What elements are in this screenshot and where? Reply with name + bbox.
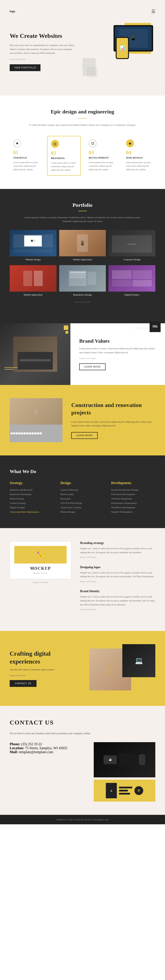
view-portfolio-button[interactable]: VIEW PORTFOLIO <box>10 64 40 71</box>
what-item-digital[interactable]: Digital Strategy <box>10 506 54 509</box>
crafting-section: Crafting digital experiences Join the el… <box>0 631 165 706</box>
what-item-sysarch[interactable]: System Architecture Design <box>111 488 155 491</box>
crafting-title: Crafting digital experiences <box>10 650 81 666</box>
what-item-visual-asset[interactable]: Visual Asset Creation <box>60 506 105 509</box>
what-item-brand-guides[interactable]: Brand Guides <box>60 493 105 495</box>
portfolio-img-mobile2 <box>10 265 57 291</box>
portfolio-item-website[interactable]: ⬛⬜ Website Design <box>10 230 57 262</box>
hero-description: Duis aute irure dolor in reprehenderit i… <box>10 43 75 55</box>
webdesign-icon-area: ◈ <box>126 139 134 147</box>
what-design-col: Design. Creative Direction Brand Guides … <box>60 481 105 515</box>
what-strategy-col: Strategy. Analytics and Research Interac… <box>10 481 54 515</box>
contact-location-label: Location: <box>10 746 24 750</box>
crafting-content: Crafting digital experiences Join the el… <box>10 650 81 687</box>
what-strategy-heading: Strategy. <box>10 481 54 485</box>
construction-image: 📋 <box>10 398 62 442</box>
portfolio-label-website: Website Design <box>10 256 57 262</box>
portfolio-item-responsive[interactable]: Responsive Design <box>59 265 106 298</box>
strategy-description: Lorem ipsum dolor sit amet, consectetur … <box>13 161 39 171</box>
brand-description: Lorem ipsum dolor sit amet, consectetur … <box>79 347 156 354</box>
portfolio-item-mobile[interactable]: 📱 Mobile Application <box>59 230 106 262</box>
contact-images: ☕ a D <box>94 742 155 802</box>
portfolio-item-digital[interactable]: Digital Product <box>108 265 155 298</box>
what-item-analytics[interactable]: Analytics and Research <box>10 488 54 491</box>
portfolio-label-mobile2: Mobile Application <box>10 291 57 298</box>
crafting-image-credit: Image from Freepik <box>10 675 81 676</box>
design-text-decoration: Design <box>135 326 148 331</box>
brand-section: MK Design Brand Values Lorem ipsum dolor… <box>0 323 165 385</box>
branding-strategy-credit: Image from Freepik <box>80 556 155 559</box>
portfolio-item-corporate[interactable]: Corporate Corporate Design <box>108 230 155 262</box>
logo: logo <box>10 10 15 13</box>
what-we-do-section: What We Do Strategy. Analytics and Resea… <box>0 455 165 528</box>
construction-description: Lorem ipsum dolor sit amet, consectetur … <box>71 420 155 428</box>
feature-branding: ◎ 02 BRANDING Lorem ipsum dolor sit amet… <box>47 136 81 176</box>
what-item-cro[interactable]: Conversion Rate Optimisation <box>10 511 54 513</box>
what-item-creative[interactable]: Creative Direction <box>60 488 105 491</box>
contact-intro: We are here to meet any business need an… <box>10 731 155 735</box>
portfolio-img-website: ⬛⬜ <box>10 230 57 256</box>
what-dev-heading: Development. <box>111 481 155 485</box>
contact-bottom: Phone: (35) 252 19 22 Location: 75 Stree… <box>10 742 155 802</box>
what-item-perf[interactable]: Performance Optimisation <box>111 502 155 504</box>
section-divider <box>78 118 87 119</box>
what-item-uiux[interactable]: UI/UX & Web Design <box>60 502 105 504</box>
portfolio-label-corporate: Corporate Design <box>108 256 155 262</box>
nav: logo ☰ <box>10 9 155 14</box>
brand-badge: MK <box>149 321 160 332</box>
what-item-workshops[interactable]: Interactive Workshops <box>10 493 54 495</box>
crafting-images: ✋ 💻 <box>89 644 155 693</box>
strategy-title: STRATEGY <box>13 156 39 159</box>
what-item-shopify[interactable]: Shopify Development <box>111 511 155 513</box>
crafting-contact-button[interactable]: CONTACT US <box>10 680 36 687</box>
construction-learn-more-button[interactable]: LEARN MORE <box>71 432 98 439</box>
branding-identity-credit: Image from Freepik <box>80 608 155 611</box>
what-item-prototypes[interactable]: Prototypes <box>60 497 105 500</box>
branding-mockup-area: ✏️ MOCKUP READY TO USE Image from Freepi… <box>10 541 71 617</box>
development-number: 03 <box>89 150 114 156</box>
what-item-content[interactable]: Content Strategy <box>10 502 54 504</box>
branding-items-area: Branding strategy Simple text. Click to … <box>80 541 155 617</box>
hero-image-area: 📱 📊 <box>82 21 155 82</box>
brand-learn-more-button[interactable]: LEARN MORE <box>79 363 106 370</box>
what-item-wordpress[interactable]: WordPress Development <box>111 506 155 509</box>
yellow-sq-2 <box>65 331 68 334</box>
portfolio-img-corporate: Corporate <box>108 230 155 256</box>
contact-location-row: Location: 75 Street, Samplys, WI 43025 <box>10 746 87 750</box>
branding-logos-desc: Simple text. Click to select the text bo… <box>80 571 155 579</box>
branding-number: 02 <box>51 150 77 156</box>
branding-item-logos: Designing logos Simple text. Click to se… <box>80 566 155 583</box>
epic-section: Epic design and engineering Ut enim ad m… <box>0 95 165 189</box>
brand-title: Brand Values <box>79 338 156 344</box>
hamburger-menu[interactable]: ☰ <box>151 9 155 14</box>
dot-pattern-decoration <box>87 67 98 78</box>
development-description: Lorem ipsum dolor sit amet, consectetur … <box>89 161 114 171</box>
portfolio-title: Portfolio <box>10 202 155 208</box>
webdesign-number: 04 <box>126 150 152 156</box>
crafting-image-area: ✋ 💻 <box>89 644 155 693</box>
contact-email-row: Mail: template@template.com <box>10 750 87 754</box>
what-item-brand-strategy[interactable]: Brand Strategy <box>10 497 54 500</box>
portfolio-image-credit: Images from Freepik <box>23 301 142 304</box>
what-strategy-list: Analytics and Research Interactive Works… <box>10 488 54 513</box>
brand-bg <box>0 323 70 385</box>
portfolio-item-mobile2[interactable]: Mobile Application <box>10 265 57 298</box>
what-item-fullstack[interactable]: Full-Stack Development <box>111 493 155 495</box>
what-title: What We Do <box>10 469 155 474</box>
what-dev-list: System Architecture Design Full-Stack De… <box>111 488 155 513</box>
branding-icon-area: ◎ <box>51 140 59 148</box>
contact-email: template@template.com <box>19 750 53 754</box>
contact-location: 75 Street, Samplys, WI 43025 <box>25 746 68 750</box>
contact-title: CONTACT US <box>10 719 155 726</box>
feature-webdesign: ◈ 04 WEB DESIGN Lorem ipsum dolor sit am… <box>122 136 155 176</box>
contact-details: Phone: (35) 252 19 22 Location: 75 Stree… <box>10 742 87 802</box>
branding-strategy-title: Branding strategy <box>80 541 155 545</box>
webdesign-description: Lorem ipsum dolor sit amet, consectetur … <box>126 161 152 171</box>
contact-image-1: ☕ <box>94 742 155 777</box>
portfolio-img-digital <box>108 265 155 291</box>
what-grid: Strategy. Analytics and Research Interac… <box>10 481 155 515</box>
portfolio-label-responsive: Responsive Design <box>59 291 106 298</box>
construction-title: Construction and renovation projects <box>71 401 155 417</box>
what-item-3rdparty[interactable]: 3rd Party Integrations <box>111 497 155 500</box>
what-item-motion[interactable]: Motion Design <box>60 511 105 513</box>
